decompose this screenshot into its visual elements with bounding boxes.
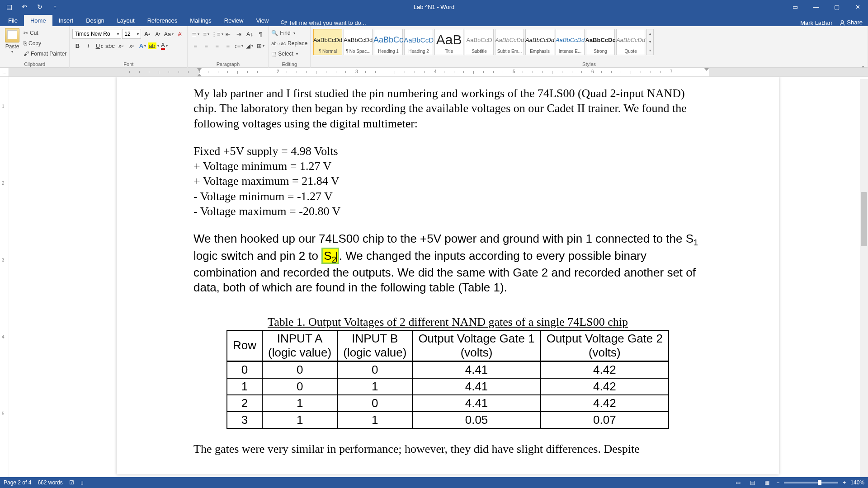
table-cell[interactable]: 2: [227, 395, 262, 412]
page-indicator[interactable]: Page 2 of 4: [4, 479, 31, 486]
tab-references[interactable]: References: [141, 15, 184, 26]
share-button[interactable]: Share: [839, 19, 863, 26]
decrease-indent-button[interactable]: ⇤: [223, 29, 233, 39]
align-left-button[interactable]: ≡: [190, 41, 200, 51]
vertical-scrollbar[interactable]: [860, 79, 868, 477]
style-item[interactable]: AaBbCcDdIntense E...: [556, 29, 585, 55]
qat-customize[interactable]: ≡: [50, 1, 61, 12]
print-layout-button[interactable]: ▤: [747, 479, 757, 487]
undo-button[interactable]: ↶: [19, 1, 30, 12]
body-text[interactable]: Fixed +5V supply = 4.98 Volts: [193, 144, 702, 159]
macro-icon[interactable]: ▯: [80, 479, 84, 486]
highlight-button[interactable]: ab: [148, 41, 158, 51]
paste-button[interactable]: Paste ▾: [3, 27, 22, 54]
tab-home[interactable]: Home: [24, 15, 52, 26]
table-cell[interactable]: 4.42: [541, 395, 669, 412]
body-text[interactable]: We then hooked up our 74LS00 chip to the…: [193, 231, 702, 296]
table-cell[interactable]: 3: [227, 412, 262, 428]
clear-formatting-button[interactable]: A̷: [175, 29, 184, 39]
style-item[interactable]: AaBbCcDd¶ No Spac...: [344, 29, 373, 55]
zoom-out-button[interactable]: −: [776, 479, 779, 486]
shading-button[interactable]: ◢: [245, 41, 255, 51]
table-cell[interactable]: 0.07: [541, 412, 669, 428]
select-button[interactable]: ⬚Select▾: [271, 49, 307, 59]
tab-mailings[interactable]: Mailings: [184, 15, 218, 26]
tab-file[interactable]: File: [2, 15, 24, 26]
horizontal-ruler[interactable]: ∟ 1234567: [0, 68, 868, 77]
word-icon[interactable]: ▤: [4, 1, 14, 12]
table-caption[interactable]: Table 1. Output Voltages of 2 different …: [193, 315, 702, 329]
line-spacing-button[interactable]: ↕≡: [234, 41, 244, 51]
table-row[interactable]: 0004.414.42: [227, 361, 669, 378]
table-cell[interactable]: 1: [227, 378, 262, 395]
scrollbar-thumb[interactable]: [861, 192, 867, 246]
table-cell[interactable]: 0: [337, 361, 412, 378]
find-button[interactable]: 🔍Find▾: [271, 28, 307, 38]
zoom-slider[interactable]: [784, 482, 838, 483]
show-marks-button[interactable]: ¶: [255, 29, 265, 39]
copy-button[interactable]: ⎘Copy: [24, 38, 66, 48]
format-painter-button[interactable]: 🖌Format Painter: [24, 49, 66, 59]
zoom-level[interactable]: 140%: [850, 479, 864, 486]
align-center-button[interactable]: ≡: [201, 41, 211, 51]
style-item[interactable]: AaBbCcDdQuote: [616, 29, 645, 55]
user-name[interactable]: Mark LaBarr: [800, 19, 833, 26]
font-name-select[interactable]: Times New Ro▾: [72, 29, 121, 39]
body-text[interactable]: - Voltage maximum = -20.80 V: [193, 204, 702, 219]
table-header[interactable]: Output Voltage Gate 2(volts): [541, 330, 669, 361]
text-effects-button[interactable]: A: [137, 41, 147, 51]
document-area[interactable]: My lab partner and I first studied the p…: [9, 77, 868, 477]
strikethrough-button[interactable]: abc: [105, 41, 115, 51]
style-item[interactable]: AaBbCcHeading 1: [374, 29, 403, 55]
italic-button[interactable]: I: [83, 41, 93, 51]
font-size-select[interactable]: 12▾: [122, 29, 141, 39]
body-text[interactable]: + Voltage maximum = 21.84 V: [193, 174, 702, 188]
table-cell[interactable]: 1: [337, 412, 412, 428]
font-color-button[interactable]: A: [159, 41, 169, 51]
multilevel-button[interactable]: ⋮≡: [212, 29, 222, 39]
tab-layout[interactable]: Layout: [111, 15, 141, 26]
replace-button[interactable]: ab↔acReplace: [271, 38, 307, 48]
style-item[interactable]: AaBbCcDdSubtle Em...: [495, 29, 524, 55]
styles-gallery[interactable]: AaBbCcDd¶ NormalAaBbCcDd¶ No Spac...AaBb…: [313, 27, 654, 55]
body-text[interactable]: - Voltage minimum = -1.27 V: [193, 189, 702, 204]
table-header[interactable]: INPUT B(logic value): [337, 330, 412, 361]
table-header[interactable]: Output Voltage Gate 1(volts): [412, 330, 540, 361]
redo-button[interactable]: ↻: [34, 1, 45, 12]
table-header[interactable]: Row: [227, 330, 262, 361]
style-item[interactable]: AaBbCcDcStrong: [586, 29, 615, 55]
tab-insert[interactable]: Insert: [52, 15, 80, 26]
table-cell[interactable]: 4.41: [412, 395, 540, 412]
table-cell[interactable]: 4.42: [541, 378, 669, 395]
table-cell[interactable]: 4.41: [412, 361, 540, 378]
tab-selector[interactable]: ∟: [0, 68, 9, 77]
maximize-button[interactable]: ▢: [826, 0, 847, 14]
word-count[interactable]: 662 words: [38, 479, 62, 486]
sort-button[interactable]: A↓: [245, 29, 255, 39]
table-row[interactable]: 3110.050.07: [227, 412, 669, 428]
shrink-font-button[interactable]: A▾: [153, 29, 163, 39]
table-row[interactable]: 1014.414.42: [227, 378, 669, 395]
table-row[interactable]: 2104.414.42: [227, 395, 669, 412]
vertical-ruler[interactable]: 12345: [0, 77, 9, 477]
data-table[interactable]: Row INPUT A(logic value) INPUT B(logic v…: [226, 330, 669, 429]
table-cell[interactable]: 1: [337, 378, 412, 395]
table-header[interactable]: INPUT A(logic value): [262, 330, 337, 361]
close-button[interactable]: ✕: [847, 0, 868, 14]
underline-button[interactable]: U: [94, 41, 104, 51]
bold-button[interactable]: B: [72, 41, 82, 51]
table-cell[interactable]: 0: [262, 378, 337, 395]
grow-font-button[interactable]: A▴: [142, 29, 152, 39]
styles-more-button[interactable]: ▴▾▾: [646, 29, 654, 55]
numbering-button[interactable]: ≡: [201, 29, 211, 39]
ribbon-options-button[interactable]: ▭: [785, 0, 806, 14]
minimize-button[interactable]: —: [806, 0, 826, 14]
zoom-in-button[interactable]: +: [843, 479, 846, 486]
body-text[interactable]: + Voltage minimum = 1.27 V: [193, 159, 702, 174]
table-cell[interactable]: 4.42: [541, 361, 669, 378]
read-mode-button[interactable]: ▭: [733, 479, 743, 487]
style-item[interactable]: AaBTitle: [434, 29, 463, 55]
table-cell[interactable]: 0: [262, 361, 337, 378]
cut-button[interactable]: ✂Cut: [24, 28, 66, 38]
style-item[interactable]: AaBbCcDd¶ Normal: [313, 29, 342, 55]
